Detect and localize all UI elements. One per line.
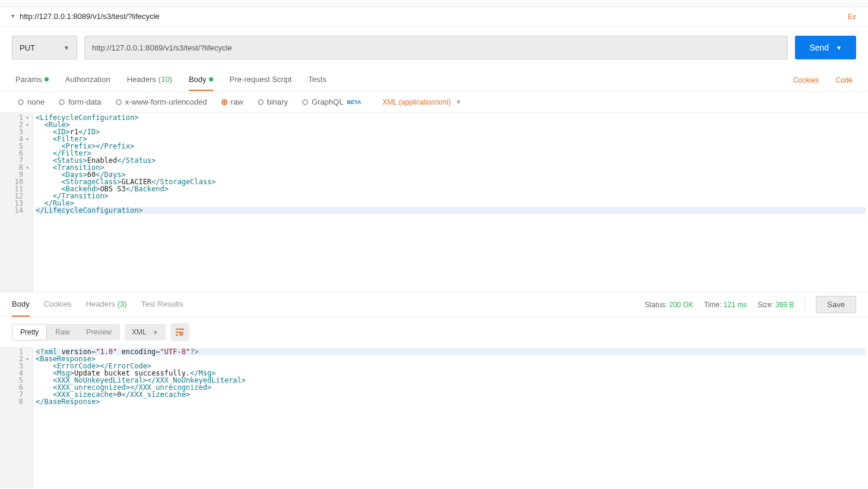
size-value: 369 B [775,301,794,309]
radio-icon [258,99,264,105]
tab-headers[interactable]: Headers (10) [127,69,172,91]
view-preview[interactable]: Preview [78,324,120,340]
send-label: Send [809,43,829,52]
line-gutter: 1 2▾3 4 5 6 7 8 [0,347,33,488]
chevron-down-icon: ▼ [455,99,461,105]
radio-icon [18,99,24,105]
tab-prerequest[interactable]: Pre-request Script [230,69,292,91]
radio-urlencoded[interactable]: x-www-form-urlencoded [116,97,207,106]
time-value: 121 ms [724,301,747,309]
radio-icon [221,99,227,105]
wrap-icon [175,328,185,336]
window-tabs-bar [0,0,868,7]
format-select[interactable]: XML▼ [125,324,166,340]
radio-raw[interactable]: raw [221,97,243,106]
resp-tab-body[interactable]: Body [12,292,30,317]
radio-none[interactable]: none [18,97,45,106]
view-raw[interactable]: Raw [47,324,78,340]
resp-tab-cookies[interactable]: Cookies [44,292,72,317]
radio-graphql[interactable]: GraphQLBETA [302,97,361,106]
view-toggle: Pretty Raw Preview [12,324,120,340]
resp-tab-tests[interactable]: Test Results [141,292,183,317]
request-title: http://127.0.0.1:8089/v1/s3/test/?lifecy… [20,12,160,21]
response-view-row: Pretty Raw Preview XML▼ [0,317,868,347]
radio-binary[interactable]: binary [258,97,288,106]
request-tabs: Params Authorization Headers (10) Body P… [0,69,868,92]
code-area[interactable]: <?xml version="1.0" encoding="UTF-8"?><B… [33,347,868,488]
radio-icon [116,99,122,105]
examples-link[interactable]: Ex [848,12,856,21]
content-type-select[interactable]: XML (application/xml)▼ [382,98,461,106]
request-body-editor[interactable]: 1▾2▾3 4▾5 6 7 8▾9 10 11 12 13 14 <Lifecy… [0,113,868,292]
code-link[interactable]: Code [835,76,853,84]
caret-right-icon[interactable]: ▸ [10,15,17,18]
request-title-bar: ▸ http://127.0.0.1:8089/v1/s3/test/?life… [0,7,868,26]
divider [804,298,805,311]
response-bar: Body Cookies Headers (3) Test Results St… [0,292,868,317]
chevron-down-icon: ▼ [64,45,69,51]
response-meta: Status: 200 OK Time: 121 ms Size: 369 B … [645,296,856,313]
cookies-link[interactable]: Cookies [793,76,819,84]
url-input[interactable] [84,36,788,59]
chevron-down-icon[interactable]: ▼ [836,45,842,51]
status-value: 200 OK [669,301,693,309]
radio-icon [302,99,308,105]
send-button[interactable]: Send ▼ [795,36,856,59]
view-pretty[interactable]: Pretty [12,324,47,340]
chevron-down-icon: ▼ [153,329,159,336]
body-type-row: none form-data x-www-form-urlencoded raw… [0,92,868,113]
tab-authorization[interactable]: Authorization [65,69,110,91]
resp-tab-headers[interactable]: Headers (3) [86,292,127,317]
save-response-button[interactable]: Save [816,296,856,313]
response-body-editor[interactable]: 1 2▾3 4 5 6 7 8 <?xml version="1.0" enco… [0,347,868,488]
status-dot-icon [45,77,49,81]
tab-tests[interactable]: Tests [308,69,326,91]
code-area[interactable]: <LifecycleConfiguration> <Rule> <ID>r1</… [33,113,868,292]
method-value: PUT [20,43,35,52]
url-row: PUT ▼ Send ▼ [0,26,868,69]
tab-params[interactable]: Params [15,69,49,91]
method-select[interactable]: PUT ▼ [12,36,77,59]
radio-icon [59,99,65,105]
wrap-lines-button[interactable] [170,323,189,341]
line-gutter: 1▾2▾3 4▾5 6 7 8▾9 10 11 12 13 14 [0,113,33,292]
status-dot-icon [209,77,213,81]
tab-body[interactable]: Body [189,69,213,91]
radio-formdata[interactable]: form-data [59,97,102,106]
